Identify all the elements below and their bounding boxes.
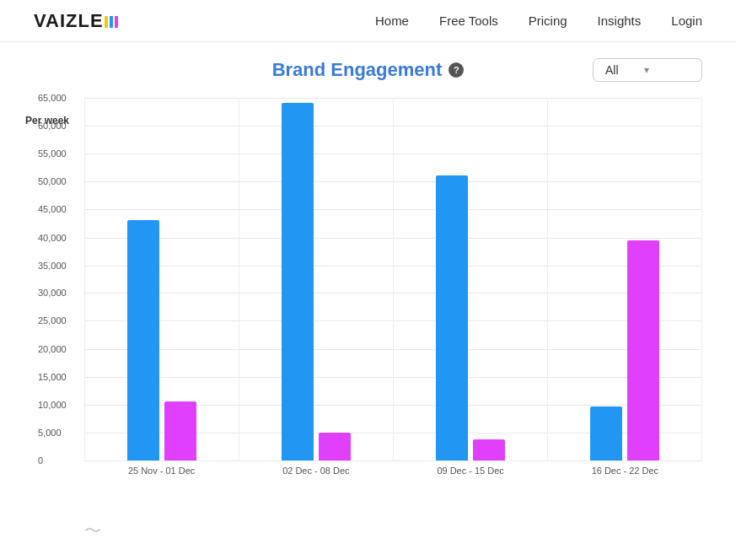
week-group	[548, 98, 702, 460]
bar-blue	[282, 103, 314, 460]
chart-title-text: Brand Engagement	[272, 59, 443, 81]
bar-blue	[436, 175, 468, 460]
main-nav: Home Free Tools Pricing Insights Login	[375, 13, 702, 28]
filter-dropdown[interactable]: All ▾	[593, 58, 702, 82]
x-axis-label: 02 Dec - 08 Dec	[239, 466, 393, 476]
y-tick-label: 50,000	[38, 176, 67, 186]
y-tick-label: 15,000	[38, 372, 67, 382]
page-header: VAIZLE Home Free Tools Pricing Insights …	[0, 0, 736, 42]
nav-pricing[interactable]: Pricing	[529, 13, 567, 28]
x-axis-label: 25 Nov - 01 Dec	[84, 466, 239, 476]
chart-title: Brand Engagement ?	[272, 59, 465, 81]
bar-blue	[590, 407, 622, 460]
week-group	[84, 98, 239, 460]
bar-pink	[473, 439, 505, 460]
bar-blue	[127, 220, 159, 460]
bar-pink	[164, 401, 196, 460]
y-tick-label: 0	[38, 455, 43, 466]
chart-inner: 65,00060,00055,00050,00045,00040,00035,0…	[84, 98, 702, 460]
filter-label: All	[605, 63, 619, 77]
x-axis-label: 09 Dec - 15 Dec	[394, 466, 548, 476]
y-tick-label: 60,000	[38, 121, 67, 131]
y-tick-label: 25,000	[38, 315, 67, 326]
y-tick-label: 5,000	[38, 428, 62, 438]
bars-area	[84, 98, 702, 460]
nav-home[interactable]: Home	[375, 13, 409, 28]
y-tick-label: 40,000	[38, 233, 67, 243]
grid-line	[84, 460, 702, 461]
y-tick-label: 35,000	[38, 261, 67, 271]
chart-container: Per week 65,00060,00055,00050,00045,0004…	[34, 98, 702, 511]
y-tick-label: 30,000	[38, 288, 67, 298]
y-tick-label: 20,000	[38, 344, 67, 354]
bottom-area: 〜	[34, 520, 702, 542]
filter-arrow-icon: ▾	[644, 64, 649, 76]
week-group	[394, 98, 548, 460]
y-tick-label: 65,000	[38, 93, 67, 103]
bar-pink	[319, 433, 351, 460]
y-tick-label: 45,000	[38, 204, 67, 214]
watermark-icon: 〜	[84, 520, 101, 542]
info-icon[interactable]: ?	[449, 62, 464, 78]
x-labels: 25 Nov - 01 Dec02 Dec - 08 Dec09 Dec - 1…	[84, 466, 702, 476]
y-tick-label: 10,000	[38, 400, 67, 410]
brand-engagement-section: Brand Engagement ? All ▾ Per week 65,000…	[34, 59, 702, 542]
week-group	[239, 98, 394, 460]
nav-insights[interactable]: Insights	[598, 13, 642, 28]
main-content: Brand Engagement ? All ▾ Per week 65,000…	[0, 42, 736, 560]
x-axis-label: 16 Dec - 22 Dec	[548, 466, 702, 476]
chart-header: Brand Engagement ? All ▾	[34, 59, 702, 81]
y-tick-label: 55,000	[38, 148, 67, 159]
nav-free-tools[interactable]: Free Tools	[439, 13, 498, 28]
nav-login[interactable]: Login	[671, 13, 702, 28]
logo: VAIZLE	[34, 10, 119, 32]
bar-pink	[627, 240, 659, 460]
